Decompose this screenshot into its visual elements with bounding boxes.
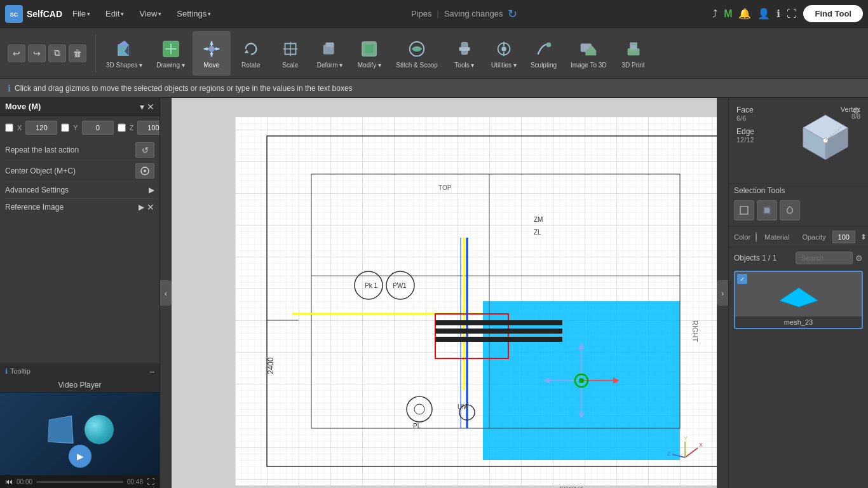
edge-value: 12/12 xyxy=(736,136,754,144)
m-icon[interactable]: M xyxy=(724,8,732,20)
canvas-area[interactable]: ⌂ ⊕ ↺ TOP ▲ ▼ ◀ ▶ xyxy=(172,98,717,488)
toolbar-label-move: Move xyxy=(204,62,219,69)
copy-button[interactable]: ⧉ xyxy=(48,44,66,62)
panel-dropdown-btn[interactable]: ▾ xyxy=(140,102,144,111)
y-checkbox[interactable] xyxy=(61,123,69,132)
repeat-action-btn[interactable]: ↺ xyxy=(135,142,154,158)
infobar: ℹ Click and drag gizmos to move the sele… xyxy=(0,79,868,98)
menu-file[interactable]: 3D Shapes File ▾ xyxy=(67,6,95,21)
svg-text:X: X xyxy=(699,442,703,448)
cube-preview: Vertex 8/8 ⚙ xyxy=(790,105,860,175)
drawing-icon xyxy=(159,37,182,60)
objects-header: Objects 1 / 1 ⚙ xyxy=(729,247,868,268)
reference-image-close[interactable]: ✕ xyxy=(147,203,154,212)
svg-text:SC: SC xyxy=(10,11,18,18)
svg-point-32 xyxy=(546,43,552,48)
sel-tool-lasso[interactable] xyxy=(780,200,800,220)
video-rewind-btn[interactable]: ⏮ xyxy=(5,478,13,485)
info-message: Click and drag gizmos to move the select… xyxy=(15,84,353,93)
toolbar-item-deform[interactable]: Deform ▾ xyxy=(311,31,349,76)
sel-tool-object[interactable] xyxy=(757,200,777,220)
toolbar-label-tools: Tools ▾ xyxy=(454,62,474,69)
opacity-stepper[interactable]: ⬍ xyxy=(860,233,867,241)
toolbar-item-scale[interactable]: Scale xyxy=(271,31,309,76)
svg-point-8 xyxy=(208,46,214,51)
rotate-icon xyxy=(240,37,262,60)
svg-marker-13 xyxy=(210,41,214,45)
user-icon[interactable]: 👤 xyxy=(757,8,770,20)
edge-stat: Edge 12/12 xyxy=(736,127,754,144)
redo-button[interactable]: ↪ xyxy=(28,44,46,62)
svg-marker-97 xyxy=(780,288,818,307)
logo-icon: SC xyxy=(5,5,23,23)
app-logo[interactable]: SC SelfCAD xyxy=(5,5,62,23)
toolbar-item-utilities[interactable]: Utilities ▾ xyxy=(485,31,523,76)
svg-text:Z: Z xyxy=(667,451,671,457)
menu-view[interactable]: View ▾ xyxy=(134,6,166,21)
video-player-label: Video Player xyxy=(58,381,102,390)
x-input[interactable] xyxy=(25,121,57,135)
left-panel-header: Move (M) ▾ ✕ xyxy=(0,98,159,116)
left-collapse-button[interactable]: ‹ xyxy=(160,280,172,306)
video-progress-bar[interactable] xyxy=(36,481,123,483)
advanced-settings-row[interactable]: Advanced Settings ▶ xyxy=(5,182,154,198)
video-fullscreen-btn[interactable]: ⛶ xyxy=(147,478,154,485)
toolbar-item-3dprint[interactable]: 3D Print xyxy=(614,31,653,76)
objects-settings-btn[interactable]: ⚙ xyxy=(855,254,863,263)
toolbar-label-deform: Deform ▾ xyxy=(317,62,343,69)
info-icon[interactable]: ℹ xyxy=(776,8,780,20)
toolbar-label-rotate: Rotate xyxy=(241,62,260,69)
deform-icon xyxy=(318,37,341,60)
menu-settings[interactable]: Settings ▾ xyxy=(172,6,216,21)
toolbar-item-modify[interactable]: Modify ▾ xyxy=(350,31,388,76)
z-checkbox[interactable] xyxy=(118,123,126,132)
image-to-3d-icon xyxy=(577,37,600,60)
undo-button[interactable]: ↩ xyxy=(8,44,25,62)
toolbar-item-tools[interactable]: Tools ▾ xyxy=(445,31,484,76)
object-name: mesh_23 xyxy=(735,316,862,328)
center-object-btn[interactable] xyxy=(135,163,154,179)
tooltip-label: Tooltip xyxy=(10,367,31,375)
menu-edit[interactable]: Edit ▾ xyxy=(100,6,129,21)
sel-tool-box[interactable] xyxy=(734,200,754,220)
fullscreen-icon[interactable]: ⛶ xyxy=(787,8,797,20)
face-label: Face xyxy=(736,105,754,114)
move-panel: X Y Z Repeat the last action ↺ Center Ob… xyxy=(0,116,159,220)
z-input[interactable] xyxy=(137,121,160,135)
reference-image-row[interactable]: Reference Image ▶ ✕ xyxy=(5,198,154,215)
toolbar-item-move[interactable]: Move xyxy=(193,31,231,76)
toolbar-item-rotate[interactable]: Rotate xyxy=(232,31,270,76)
object-check: ✓ xyxy=(737,274,747,284)
repeat-action-row: Repeat the last action ↺ xyxy=(5,140,154,161)
toolbar-item-image-to-3d[interactable]: Image To 3D xyxy=(564,31,613,76)
svg-marker-3 xyxy=(118,41,128,45)
search-input[interactable] xyxy=(796,252,853,264)
toolbar-item-sculpting[interactable]: Sculpting xyxy=(524,31,563,76)
delete-button[interactable]: 🗑 xyxy=(69,44,86,62)
saving-spinner: ↻ xyxy=(508,7,517,21)
find-tool-button[interactable]: Find Tool xyxy=(803,5,863,22)
x-checkbox[interactable] xyxy=(5,123,13,132)
toolbar-label-utilities: Utilities ▾ xyxy=(491,62,517,69)
play-button[interactable]: ▶ xyxy=(69,445,92,468)
color-swatch[interactable] xyxy=(756,232,757,242)
panel-close-btn[interactable]: ✕ xyxy=(147,102,154,111)
opacity-input[interactable] xyxy=(832,231,855,243)
svg-rect-94 xyxy=(740,207,748,214)
toolbar-label-drawing: Drawing ▾ xyxy=(156,62,184,69)
share-icon[interactable]: ⤴ xyxy=(712,8,717,20)
x-label: X xyxy=(17,124,22,132)
svg-text:ZM: ZM xyxy=(534,216,543,223)
svg-rect-22 xyxy=(325,43,334,48)
face-stats: Face 6/6 Edge 12/12 xyxy=(736,105,754,144)
toolbar-item-drawing[interactable]: Drawing ▾ xyxy=(150,31,191,76)
object-item-mesh23[interactable]: ✓ mesh_23 xyxy=(734,271,863,329)
y-input[interactable] xyxy=(82,121,114,135)
right-panel-settings-btn[interactable]: ⚙ xyxy=(852,105,860,116)
toolbar-item-3dshapes[interactable]: 3D Shapes ▾ xyxy=(100,31,149,76)
bell-icon[interactable]: 🔔 xyxy=(738,8,751,20)
toolbar-item-stitch-scoop[interactable]: Stitch & Scoop xyxy=(390,31,444,76)
tooltip-minimize-btn[interactable]: – xyxy=(149,367,154,376)
right-collapse-button[interactable]: › xyxy=(717,280,728,306)
coord-row-xyz: X Y Z xyxy=(5,121,154,135)
